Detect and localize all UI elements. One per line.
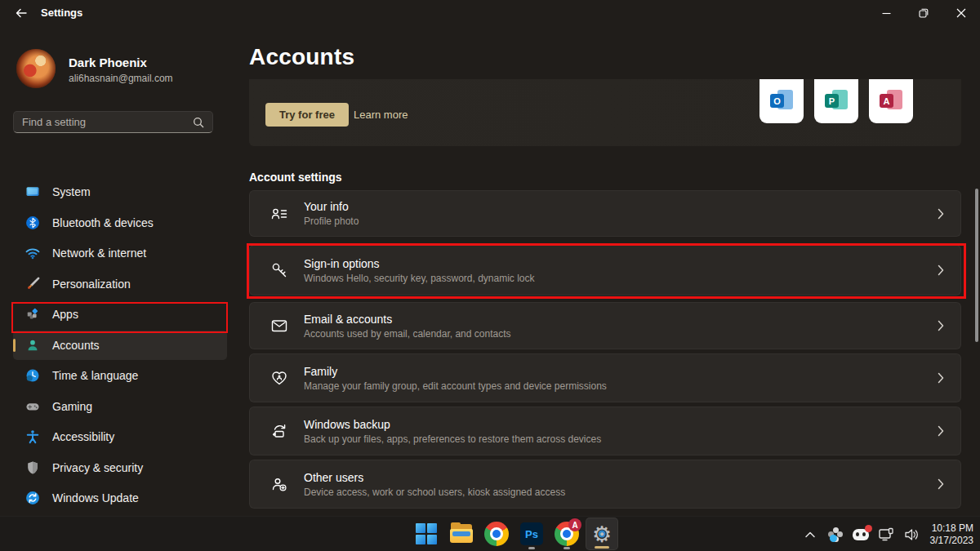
- search-icon: [193, 117, 204, 128]
- sidebar-item-accessibility[interactable]: Accessibility: [13, 422, 227, 451]
- chrome-button[interactable]: [480, 518, 513, 550]
- row-subtitle: Device access, work or school users, kio…: [304, 487, 565, 498]
- discord-tray-button[interactable]: [851, 525, 871, 544]
- access-icon: A: [880, 90, 902, 113]
- shield-icon: [24, 460, 41, 476]
- backup-icon: [270, 421, 289, 441]
- sidebar-item-label: Privacy & security: [52, 461, 143, 474]
- taskbar: Ps A ⚙: [0, 516, 980, 551]
- close-button[interactable]: [942, 0, 980, 26]
- windows-logo-icon: [416, 523, 437, 544]
- sidebar-item-privacy[interactable]: Privacy & security: [13, 453, 227, 482]
- chevron-right-icon: [938, 425, 944, 437]
- clock-date: 3/17/2023: [930, 535, 973, 547]
- start-button[interactable]: [410, 518, 443, 550]
- clock-time: 10:18 PM: [930, 522, 973, 535]
- outlook-icon: O: [770, 90, 793, 113]
- row-other-users[interactable]: Other users Device access, work or schoo…: [249, 460, 961, 509]
- minimize-button[interactable]: [867, 0, 905, 26]
- titlebar: Settings: [0, 0, 980, 26]
- settings-button[interactable]: ⚙: [586, 518, 618, 550]
- sidebar-item-label: Network & internet: [52, 247, 146, 260]
- profile-email: ali6hasnain@gmail.com: [69, 73, 173, 84]
- running-indicator: [564, 547, 570, 549]
- publisher-app-card: P: [814, 79, 858, 123]
- promo-banner: Try for free Learn more O P A: [249, 79, 961, 146]
- discord-icon: [853, 529, 869, 540]
- sidebar-item-label: Accessibility: [52, 430, 114, 443]
- row-subtitle: Profile photo: [304, 216, 359, 227]
- window-title: Settings: [41, 7, 82, 19]
- sidebar-item-bluetooth[interactable]: Bluetooth & devices: [13, 208, 227, 238]
- annotation-box-accounts: [11, 302, 228, 333]
- file-explorer-button[interactable]: [445, 518, 478, 550]
- back-button[interactable]: [8, 3, 34, 23]
- row-subtitle: Manage your family group, edit account t…: [304, 380, 607, 392]
- bluetooth-icon: [24, 215, 41, 231]
- row-title: Other users: [304, 471, 565, 484]
- row-title: Windows backup: [304, 418, 601, 431]
- close-icon: [956, 8, 966, 18]
- monitor-icon: [24, 184, 41, 200]
- sidebar-item-label: Time & language: [52, 369, 138, 382]
- chevron-right-icon: [938, 320, 944, 331]
- row-subtitle: Accounts used by email, calendar, and co…: [304, 328, 510, 340]
- back-arrow-icon: [15, 7, 28, 20]
- row-email-accounts[interactable]: Email & accounts Accounts used by email,…: [249, 302, 961, 349]
- photoshop-icon: Ps: [520, 522, 543, 545]
- update-icon: [24, 490, 41, 506]
- profile-name: Dark Phoenix: [69, 56, 147, 69]
- active-indicator: [595, 546, 609, 549]
- volume-icon: [903, 527, 920, 542]
- sidebar-item-windows-update[interactable]: Windows Update: [13, 483, 227, 513]
- chevron-right-icon: [938, 478, 944, 490]
- try-for-free-button[interactable]: Try for free: [265, 103, 349, 127]
- envelope-icon: [270, 316, 289, 335]
- minimize-icon: [882, 9, 891, 18]
- sidebar-item-system[interactable]: System: [13, 177, 227, 207]
- chrome-profile-button[interactable]: A: [550, 518, 583, 550]
- restore-icon: [919, 8, 929, 18]
- photoshop-button[interactable]: Ps: [515, 518, 548, 550]
- chrome-icon: [484, 522, 509, 546]
- chevron-up-icon: [804, 531, 816, 539]
- restore-button[interactable]: [905, 0, 942, 26]
- scrollbar-thumb[interactable]: [975, 189, 978, 342]
- search-input[interactable]: [22, 116, 193, 128]
- tray-chevron-button[interactable]: [800, 525, 820, 544]
- sidebar-item-gaming[interactable]: Gaming: [13, 392, 227, 421]
- row-your-info[interactable]: Your info Profile photo: [249, 190, 961, 237]
- sidebar-item-personalization[interactable]: Personalization: [13, 269, 227, 299]
- search-box[interactable]: [13, 111, 213, 133]
- publisher-icon: P: [825, 90, 848, 113]
- clock[interactable]: 10:18 PM 3/17/2023: [930, 522, 973, 547]
- sidebar-item-accounts[interactable]: Accounts: [13, 331, 227, 360]
- paintbrush-icon: [24, 276, 41, 292]
- row-title: Email & accounts: [304, 313, 510, 326]
- sidebar-item-label: Bluetooth & devices: [52, 216, 154, 229]
- sidebar-item-label: System: [52, 185, 91, 198]
- sidebar-item-label: Personalization: [52, 278, 131, 291]
- profile-badge: A: [568, 518, 581, 531]
- row-family[interactable]: Family Manage your family group, edit ac…: [249, 353, 961, 402]
- row-windows-backup[interactable]: Windows backup Back up your files, apps,…: [249, 407, 961, 455]
- sidebar: Dark Phoenix ali6hasnain@gmail.com Syste…: [0, 26, 237, 516]
- annotation-box-sign-in-options: [247, 243, 966, 299]
- tray-app-button[interactable]: [826, 525, 845, 544]
- person-icon: [24, 337, 41, 353]
- volume-tray-button[interactable]: [902, 525, 921, 544]
- learn-more-link[interactable]: Learn more: [354, 109, 408, 121]
- wifi-icon: [24, 245, 41, 261]
- outlook-app-card: O: [760, 79, 804, 123]
- gear-icon: ⚙: [592, 523, 612, 545]
- add-user-icon: [270, 474, 289, 494]
- display-tray-button[interactable]: [876, 525, 896, 544]
- avatar[interactable]: [16, 49, 56, 88]
- running-indicator: [528, 547, 535, 549]
- sidebar-item-time-language[interactable]: Time & language: [13, 361, 227, 390]
- sidebar-item-network[interactable]: Network & internet: [13, 238, 227, 268]
- gamepad-icon: [24, 398, 41, 415]
- page-title: Accounts: [249, 44, 354, 70]
- section-header: Account settings: [249, 171, 342, 184]
- chevron-right-icon: [938, 372, 944, 384]
